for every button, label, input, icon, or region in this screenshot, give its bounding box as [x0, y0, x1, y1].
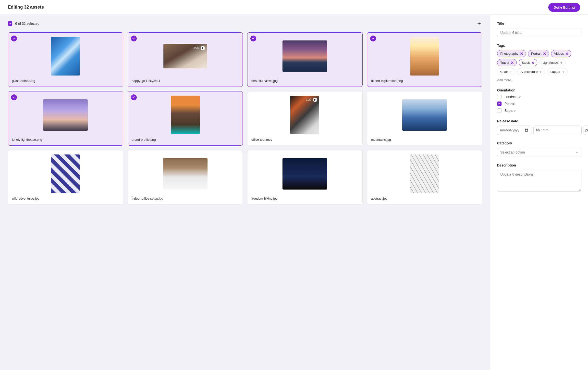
gallery-header: 6 of 32 selected	[8, 21, 482, 26]
orientation-label-text: Landscape	[504, 95, 521, 99]
orientation-option[interactable]: Portrait	[497, 102, 581, 106]
description-label: Description	[497, 163, 581, 167]
asset-card[interactable]: 3:20office-tour.mov	[247, 91, 363, 146]
asset-filename: indoor-office-setup.jpg	[132, 197, 239, 200]
asset-card[interactable]: abstract.jpg	[367, 150, 482, 204]
asset-filename: wild-adventures.jpg	[12, 197, 119, 200]
add-asset-button[interactable]	[476, 21, 482, 26]
tags-label: Tags	[497, 44, 581, 48]
video-badge: 3:20	[193, 46, 205, 50]
close-icon[interactable]	[566, 52, 568, 55]
add-more-tags[interactable]: Add more...	[497, 78, 581, 82]
tag-chip[interactable]: Videos	[551, 50, 572, 57]
asset-filename: beautiful-views.jpg	[251, 79, 358, 83]
asset-card[interactable]: brand-profile.png	[128, 91, 243, 146]
asset-card[interactable]: freedom-biking.jpg	[247, 150, 363, 204]
selected-badge[interactable]	[11, 94, 17, 100]
release-date-label: Release date	[497, 119, 581, 123]
tag-text: Travel	[500, 61, 509, 64]
thumbnail	[282, 40, 327, 72]
selected-badge[interactable]	[131, 36, 137, 41]
tag-chip[interactable]: Stock	[519, 59, 538, 66]
release-date-field-group: Release date pm	[497, 119, 581, 135]
asset-filename: office-tour.mov	[251, 138, 358, 141]
orientation-label: Orientation	[497, 88, 581, 92]
ampm-value: pm	[585, 128, 588, 132]
asset-card[interactable]: beautiful-views.jpg	[247, 32, 363, 87]
close-icon[interactable]	[520, 52, 523, 55]
tag-text: Lighthouse	[542, 61, 558, 64]
checkbox[interactable]	[497, 108, 502, 113]
release-time-input[interactable]	[533, 126, 582, 135]
category-placeholder: Select an option	[500, 150, 525, 154]
tag-chip[interactable]: Photography	[497, 50, 526, 57]
selection-count: 6 of 32 selected	[15, 22, 39, 26]
plus-icon[interactable]	[539, 71, 542, 73]
asset-card[interactable]: wild-adventures.jpg	[8, 150, 123, 204]
tags-field-group: Tags PhotographyPortraitVideosTravelStoc…	[497, 44, 581, 82]
page-title: Editing 32 assets	[8, 5, 44, 10]
asset-card[interactable]: desert-exploration.png	[367, 32, 482, 87]
thumbnail-wrap	[371, 95, 478, 134]
asset-filename: mountains.jpg	[371, 138, 478, 141]
thumbnail-wrap	[251, 154, 358, 193]
description-input[interactable]	[497, 170, 581, 192]
asset-filename: lonely-lighthouse.png	[12, 138, 119, 141]
selected-badge[interactable]	[11, 36, 17, 41]
title-input[interactable]	[497, 28, 581, 37]
thumbnail	[51, 154, 80, 193]
thumbnail-wrap	[371, 37, 478, 76]
asset-filename: happy-go-lucky.mp4	[132, 79, 239, 83]
tag-chip[interactable]: Lighthouse	[539, 59, 566, 66]
release-date-input[interactable]	[497, 126, 531, 135]
master-checkbox[interactable]	[8, 21, 12, 26]
checkbox[interactable]	[497, 102, 502, 106]
close-icon[interactable]	[543, 52, 546, 55]
title-field-group: Title	[497, 22, 581, 37]
selected-badge[interactable]	[370, 36, 376, 41]
selected-badge[interactable]	[250, 36, 256, 41]
thumbnail-wrap	[251, 37, 358, 76]
orientation-option[interactable]: Landscape	[497, 95, 581, 99]
asset-card[interactable]: glass-arches.jpg	[8, 32, 123, 87]
video-duration: 3:20	[193, 46, 199, 50]
thumbnail-wrap	[12, 37, 119, 76]
orientation-options: LandscapePortraitSquare	[497, 95, 581, 113]
category-select[interactable]: Select an option	[497, 148, 581, 157]
checkbox[interactable]	[497, 95, 502, 99]
close-icon[interactable]	[511, 62, 514, 64]
thumbnail	[171, 96, 200, 134]
release-date-row: pm	[497, 126, 581, 135]
close-icon[interactable]	[532, 62, 534, 64]
plus-icon[interactable]	[562, 71, 564, 73]
tag-chip[interactable]: Laptop	[547, 68, 568, 75]
tag-chip[interactable]: Architecture	[517, 68, 545, 75]
plus-icon[interactable]	[560, 62, 563, 64]
sidebar: Title Tags PhotographyPortraitVideosTrav…	[490, 15, 588, 370]
tag-chip[interactable]: Travel	[497, 59, 517, 66]
plus-icon[interactable]	[510, 71, 512, 73]
orientation-option[interactable]: Square	[497, 108, 581, 113]
asset-card[interactable]: lonely-lighthouse.png	[8, 91, 123, 146]
tag-chip[interactable]: Chair	[497, 68, 515, 75]
thumbnail	[282, 158, 327, 190]
asset-card[interactable]: 3:20happy-go-lucky.mp4	[128, 32, 243, 87]
thumbnail: 3:20	[290, 96, 319, 134]
tag-text: Architecture	[521, 70, 538, 74]
asset-card[interactable]: indoor-office-setup.jpg	[128, 150, 243, 204]
thumbnail	[410, 37, 439, 76]
asset-filename: freedom-biking.jpg	[251, 197, 358, 200]
title-label: Title	[497, 22, 581, 26]
play-icon	[201, 46, 205, 50]
ampm-selector[interactable]: pm	[584, 126, 588, 135]
asset-card[interactable]: mountains.jpg	[367, 91, 482, 146]
description-field-group: Description	[497, 163, 581, 192]
done-editing-button[interactable]: Done Editing	[548, 3, 580, 12]
tags-container: PhotographyPortraitVideosTravelStockLigh…	[497, 50, 581, 75]
thumbnail-wrap	[12, 95, 119, 134]
play-icon	[313, 98, 317, 102]
asset-grid: glass-arches.jpg3:20happy-go-lucky.mp4be…	[8, 32, 482, 204]
thumbnail-wrap	[132, 95, 239, 134]
tag-chip[interactable]: Portrait	[528, 50, 549, 57]
selected-badge[interactable]	[131, 94, 137, 100]
